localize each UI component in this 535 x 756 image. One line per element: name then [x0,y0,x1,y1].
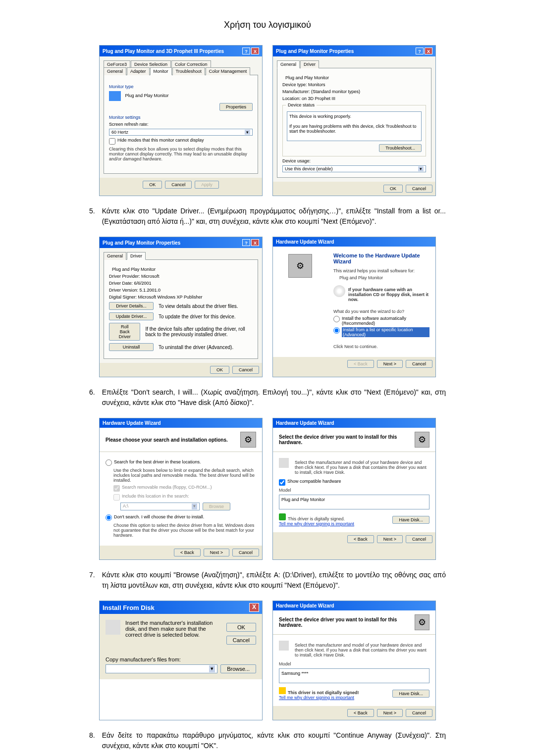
uninstall-button[interactable]: Uninstall [109,343,154,351]
dialog-title-text: Plug and Play Monitor and 3D Prophet III… [103,49,224,54]
cancel-button[interactable]: Cancel [165,181,192,189]
cancel-button[interactable]: Cancel [406,535,432,543]
auto-install-radio[interactable] [333,316,340,322]
tab-general[interactable]: General [104,252,126,260]
dialog-title-text: Hardware Update Wizard [276,420,334,426]
tab-device-selection[interactable]: Device Selection [131,60,171,68]
back-button[interactable]: < Back [347,535,374,543]
close-icon[interactable]: X [251,239,259,246]
next-button[interactable]: Next > [377,535,403,543]
location-value: on 3D Prophet III [302,96,335,101]
cancel-button[interactable]: Cancel [232,549,259,556]
pnp-monitor-properties-dialog: Plug and Play Monitor Properties ? X Gen… [272,45,436,196]
date-label: Driver Date: [109,281,133,286]
wizard-heading: Select the device driver you want to ins… [279,434,415,445]
tab-general[interactable]: General [277,60,300,68]
wizard-instruction: Select the manufacturer and model of you… [295,643,429,657]
next-button[interactable]: Next > [377,360,403,368]
step-5: 5. Κάντε κλικ στο "Update Driver... (Ενη… [89,206,446,227]
path-dropdown[interactable]: ▾ [106,664,217,673]
hide-modes-checkbox[interactable] [109,138,115,145]
back-button[interactable]: < Back [347,709,374,717]
show-compatible-checkbox[interactable] [279,479,285,486]
driver-details-button[interactable]: Driver Details... [109,302,154,310]
refresh-rate-dropdown[interactable]: 60 Hertz ▾ [109,129,253,136]
include-location-label: Include this location in the search: [122,494,189,499]
why-signing-link[interactable]: Tell me why driver signing is important [279,521,354,526]
ok-button[interactable]: OK [226,623,256,632]
ok-button[interactable]: OK [383,185,403,193]
next-button[interactable]: Next > [377,709,403,717]
location-label: Location: [282,96,301,101]
rollback-driver-button[interactable]: Roll Back Driver [109,323,140,341]
list-install-radio[interactable] [333,327,340,334]
have-disk-button[interactable]: Have Disk... [392,516,429,524]
device-usage-dropdown[interactable]: Use this device (enable) ▾ [282,165,426,172]
browse-button[interactable]: Browse... [220,664,256,673]
model-listbox[interactable]: Plug and Play Monitor [279,495,429,509]
wizard-heading: Please choose your search and installati… [106,437,228,443]
tab-driver[interactable]: Driver [127,252,146,260]
help-icon[interactable]: ? [242,239,250,246]
rollback-driver-desc: If the device fails after updating the d… [145,326,253,337]
provider-value: Microsoft [141,274,160,279]
ok-button[interactable]: OK [143,181,162,189]
hide-modes-description: Clearing this check box allows you to se… [109,147,253,161]
close-icon[interactable]: X [425,48,432,54]
tab-monitor[interactable]: Monitor [150,67,172,75]
signer-value: Microsoft Windows XP Publisher [138,295,203,300]
device-status-help: If you are having problems with this dev… [289,124,419,134]
back-button[interactable]: < Back [174,549,201,556]
update-driver-button[interactable]: Update Driver... [109,312,154,320]
tab-driver[interactable]: Driver [300,60,319,68]
wizard-sidebar: ⚙ [273,247,327,357]
device-usage-value: Use this device (enable) [285,166,333,171]
monitor-adapter-properties-dialog: Plug and Play Monitor and 3D Prophet III… [99,45,263,196]
tab-geforce3[interactable]: GeForce3 [104,60,130,68]
model-listbox[interactable]: Samsung **** [279,668,429,683]
close-icon[interactable]: X [251,48,259,54]
help-icon[interactable]: ? [242,48,250,54]
dont-search-radio[interactable] [106,514,112,521]
why-signing-link[interactable]: Tell me why driver signing is important [279,695,359,700]
tab-general[interactable]: General [104,67,126,75]
cancel-button[interactable]: Cancel [406,360,432,368]
list-install-label: Install from a list or specific location… [342,327,429,337]
properties-button[interactable]: Properties [219,103,253,111]
cancel-button[interactable]: Cancel [406,709,432,717]
cd-icon [333,285,345,297]
cancel-button[interactable]: Cancel [232,366,259,374]
cancel-button[interactable]: Cancel [406,185,432,193]
ok-button[interactable]: OK [210,366,229,374]
search-label: Search for the best driver in these loca… [114,459,201,464]
device-name: Plug and Play Monitor [285,75,329,80]
dialog-title-bar: Hardware Update Wizard [273,237,435,247]
wizard-instruction: Select the manufacturer and model of you… [295,460,429,475]
back-button: < Back [347,360,374,368]
monitor-icon [109,91,121,101]
search-desc: Use the check boxes below to limit or ex… [113,468,256,483]
search-radio[interactable] [106,459,112,466]
dialog-title-text: Plug and Play Monitor Properties [276,49,354,54]
signed-icon [279,513,286,520]
monitor-icon [279,641,289,651]
have-disk-button[interactable]: Have Disk... [392,690,429,698]
model-label: Model [279,661,429,666]
help-icon[interactable]: ? [416,48,424,54]
close-icon[interactable]: X [249,603,259,612]
screenshot-row-3: Hardware Update Wizard Please choose you… [89,418,446,560]
tab-troubleshoot[interactable]: Troubleshoot [172,67,205,75]
model-item[interactable]: Plug and Play Monitor [281,497,325,502]
tab-adapter[interactable]: Adapter [127,67,150,75]
troubleshoot-button[interactable]: Troubleshoot... [379,144,422,152]
tab-color-correction[interactable]: Color Correction [171,60,211,68]
step-number: 5. [89,206,95,227]
model-item[interactable]: Samsung **** [281,671,309,676]
cancel-button[interactable]: Cancel [226,636,256,645]
next-button[interactable]: Next > [204,549,229,556]
wizard-icon: ⚙ [240,432,256,448]
tab-color-management[interactable]: Color Management [206,67,251,75]
auto-install-label: Install the software automatically (Reco… [342,316,429,326]
driver-tab-dialog: Plug and Play Monitor Properties ? X Gen… [99,237,263,377]
page-title: Χρήση του λογισμικού [0,20,535,30]
